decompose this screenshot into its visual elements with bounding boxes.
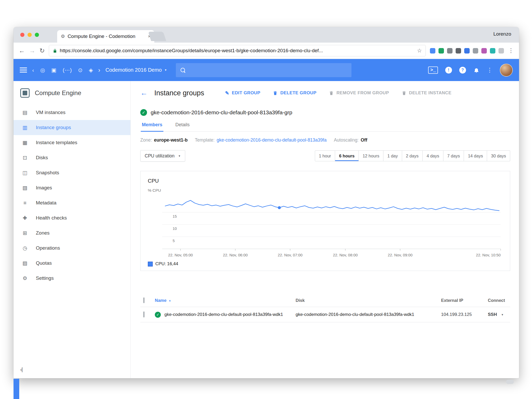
sidebar-item-operations[interactable]: ◷Operations <box>14 241 130 256</box>
range-7-days-button[interactable]: 7 days <box>443 150 464 161</box>
back-icon[interactable]: ← <box>19 48 25 54</box>
gcp-products-icon[interactable]: ◎ <box>40 67 45 73</box>
template-link[interactable]: gke-codemotion-2016-demo-clu-default-poo… <box>217 137 327 143</box>
status-ok-icon: ✓ <box>140 109 147 116</box>
collapse-sidebar-icon[interactable]: ‹| <box>20 367 22 373</box>
instance-disk[interactable]: gke-codemotion-2016-demo-clu-default-poo… <box>296 312 441 317</box>
compute-engine-icon <box>20 88 30 98</box>
main-panel: ← Instance groups ✎EDIT GROUPDELETE GROU… <box>131 81 519 378</box>
edit-group-button[interactable]: ✎EDIT GROUP <box>225 90 260 96</box>
back-arrow-icon[interactable]: ← <box>140 89 148 97</box>
extension-ghost-icon[interactable] <box>498 48 504 54</box>
reload-icon[interactable]: ↻ <box>39 48 45 54</box>
address-bar[interactable]: https://console.cloud.google.com/compute… <box>49 45 426 56</box>
svg-text:22. Nov, 09:00: 22. Nov, 09:00 <box>388 253 413 257</box>
extension-teal-icon[interactable] <box>490 48 495 54</box>
minimize-window-button[interactable] <box>28 33 32 37</box>
window-controls <box>20 33 39 37</box>
row-checkbox[interactable] <box>143 311 144 317</box>
sidebar-item-disks[interactable]: ⊡Disks <box>14 150 130 165</box>
svg-text:22. Nov, 07:00: 22. Nov, 07:00 <box>278 253 302 257</box>
close-window-button[interactable] <box>20 33 24 37</box>
extension-cast-icon[interactable] <box>456 48 461 54</box>
sidebar-item-images[interactable]: ▧Images <box>14 180 130 195</box>
extension-photos-icon[interactable] <box>430 48 435 54</box>
sidebar-item-quotas[interactable]: ▨Quotas <box>14 256 130 271</box>
instance-name-link[interactable]: gke-codemotion-2016-demo-clu-default-poo… <box>164 312 283 317</box>
range-4-days-button[interactable]: 4 days <box>423 150 443 161</box>
tab-details[interactable]: Details <box>174 122 191 131</box>
range-1-hour-button[interactable]: 1 hour <box>315 150 335 161</box>
column-connect: Connect <box>488 298 510 303</box>
range-2-days-button[interactable]: 2 days <box>402 150 423 161</box>
extension-cloud-icon[interactable] <box>473 48 478 54</box>
instance-status-ok-icon: ✓ <box>155 312 161 318</box>
api-icon[interactable]: ⊙ <box>78 67 83 73</box>
compute-engine-small-icon[interactable]: ▣ <box>51 67 56 73</box>
table-row: ✓ gke-codemotion-2016-demo-clu-default-p… <box>140 307 510 322</box>
chevron-down-icon: ▼ <box>164 69 167 71</box>
tab-title: Compute Engine - Codemotion <box>68 34 145 39</box>
sidebar-item-metadata[interactable]: ≡Metadata <box>14 195 130 210</box>
column-external-ip[interactable]: External IP <box>441 298 488 303</box>
bookmark-star-icon[interactable]: ☆ <box>417 48 422 54</box>
metadata-icon: ≡ <box>21 200 29 206</box>
feedback-icon[interactable]: ! <box>445 67 452 74</box>
trash-icon <box>273 91 278 96</box>
url-text[interactable]: https://console.cloud.google.com/compute… <box>60 48 414 54</box>
chart-controls: CPU utilization ▼ 1 hour6 hours12 hours1… <box>140 150 510 162</box>
extension-drive-icon[interactable] <box>438 48 444 54</box>
hamburger-menu-icon[interactable] <box>20 68 27 73</box>
column-name[interactable]: Name ▲ <box>155 298 296 303</box>
cpu-utilization-chart[interactable]: 1510522. Nov, 05:0022. Nov, 06:0022. Nov… <box>148 194 503 259</box>
avatar[interactable] <box>500 64 513 77</box>
forward-icon: → <box>29 48 35 54</box>
help-icon[interactable]: ? <box>459 67 466 74</box>
action-label: DELETE INSTANCE <box>409 90 451 96</box>
chevron-left-icon[interactable]: ‹ <box>32 67 34 73</box>
sidebar-item-label: VM instances <box>36 110 65 115</box>
metric-dropdown[interactable]: CPU utilization ▼ <box>140 150 185 162</box>
gke-icon[interactable]: ◈ <box>89 67 93 73</box>
tab-members[interactable]: Members <box>141 122 163 132</box>
zoom-window-button[interactable] <box>35 33 39 37</box>
ssh-connect-button[interactable]: SSH ▼ <box>488 312 510 317</box>
range-14-days-button[interactable]: 14 days <box>464 150 487 161</box>
range-30-days-button[interactable]: 30 days <box>487 150 510 161</box>
column-disk[interactable]: Disk <box>296 298 441 303</box>
range-1-day-button[interactable]: 1 day <box>383 150 402 161</box>
instance-group-row: ✓ gke-codemotion-2016-demo-clu-default-p… <box>140 109 510 116</box>
project-name: Codemotion 2016 Demo <box>105 67 162 73</box>
sidebar-item-label: Health checks <box>36 215 67 221</box>
instance-group-name: gke-codemotion-2016-demo-clu-default-poo… <box>151 109 292 116</box>
browser-profile-name[interactable]: Lorenzo <box>493 31 511 37</box>
project-selector[interactable]: Codemotion 2016 Demo ▼ <box>105 67 167 73</box>
code-icon[interactable]: (⋯) <box>63 67 72 73</box>
sidebar-item-settings[interactable]: ⚙Settings <box>14 271 130 286</box>
browser-window: ⚙ Compute Engine - Codemotion × Lorenzo … <box>14 27 519 378</box>
sidebar-item-instance-templates[interactable]: ▦Instance templates <box>14 135 130 150</box>
sidebar-item-snapshots[interactable]: ◫Snapshots <box>14 165 130 180</box>
extension-adblock-icon[interactable] <box>464 48 470 54</box>
browser-menu-icon[interactable]: ⋮ <box>508 47 514 54</box>
search-input[interactable] <box>176 63 351 77</box>
table-header-row: Name ▲ Disk External IP Connect <box>140 294 510 307</box>
extension-phi-icon[interactable] <box>481 48 487 54</box>
delete-group-button[interactable]: DELETE GROUP <box>273 90 316 96</box>
range-12-hours-button[interactable]: 12 hours <box>359 150 383 161</box>
sidebar-item-vm-instances[interactable]: ▤VM instances <box>14 105 130 120</box>
members-table: Name ▲ Disk External IP Connect ✓ gke-co… <box>140 294 510 322</box>
more-options-icon[interactable]: ⋮ <box>487 67 493 74</box>
new-tab-button[interactable] <box>148 32 166 41</box>
range-6-hours-button[interactable]: 6 hours <box>335 150 359 161</box>
sidebar-item-instance-groups[interactable]: ▥Instance groups <box>14 120 130 135</box>
cloud-shell-icon[interactable]: >_ <box>428 66 438 74</box>
extension-blocker-icon[interactable] <box>447 48 453 54</box>
browser-tab[interactable]: ⚙ Compute Engine - Codemotion × <box>57 30 154 43</box>
remove-from-group-button: REMOVE FROM GROUP <box>329 90 389 96</box>
sidebar-item-health-checks[interactable]: ✚Health checks <box>14 210 130 225</box>
notifications-bell-icon[interactable] <box>473 67 480 73</box>
instance-external-ip: 104.199.23.125 <box>441 312 488 317</box>
sidebar-item-zones[interactable]: ⊞Zones <box>14 225 130 241</box>
select-all-checkbox[interactable] <box>143 297 144 303</box>
